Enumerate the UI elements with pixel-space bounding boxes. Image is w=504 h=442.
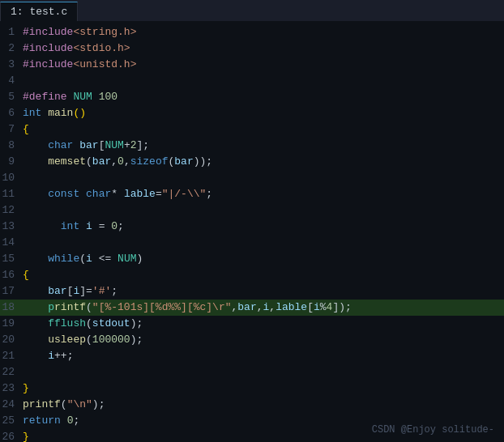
- code-line-4: 4: [0, 73, 504, 89]
- code-line-11: 11 const char* lable="|/-\\";: [0, 186, 504, 202]
- code-line-24: 24 printf("\n");: [0, 397, 504, 413]
- code-line-22: 22: [0, 364, 504, 380]
- code-line-9: 9 memset(bar,0,sizeof(bar));: [0, 154, 504, 170]
- code-line-23: 23 }: [0, 380, 504, 397]
- code-line-12: 12: [0, 202, 504, 219]
- code-line-19: 19 fflush(stdout);: [0, 316, 504, 332]
- code-line-13: 13 int i = 0;: [0, 219, 504, 235]
- code-line-2: 2 #include<stdio.h>: [0, 40, 504, 57]
- code-line-14: 14: [0, 235, 504, 251]
- watermark: CSDN @Enjoy solitude-: [372, 424, 494, 436]
- code-area: 1 #include<string.h> 2 #include<stdio.h>…: [0, 21, 504, 442]
- code-line-15: 15 while(i <= NUM): [0, 251, 504, 267]
- code-line-20: 20 usleep(100000);: [0, 332, 504, 348]
- code-line-5: 5 #define NUM 100: [0, 89, 504, 105]
- code-line-18: 18 printf("[%-101s][%d%%][%c]\r",bar,i,l…: [0, 300, 504, 316]
- code-line-21: 21 i++;: [0, 348, 504, 364]
- code-line-17: 17 bar[i]='#';: [0, 283, 504, 300]
- tab-bar: 1: test.c: [0, 0, 504, 21]
- code-line-3: 3 #include<unistd.h>: [0, 57, 504, 73]
- code-line-16: 16 {: [0, 267, 504, 283]
- code-line-1: 1 #include<string.h>: [0, 24, 504, 40]
- code-line-10: 10: [0, 170, 504, 186]
- code-line-6: 6 int main(): [0, 105, 504, 121]
- code-line-8: 8 char bar[NUM+2];: [0, 138, 504, 154]
- code-line-7: 7 {: [0, 121, 504, 138]
- tab-active[interactable]: 1: test.c: [0, 2, 78, 21]
